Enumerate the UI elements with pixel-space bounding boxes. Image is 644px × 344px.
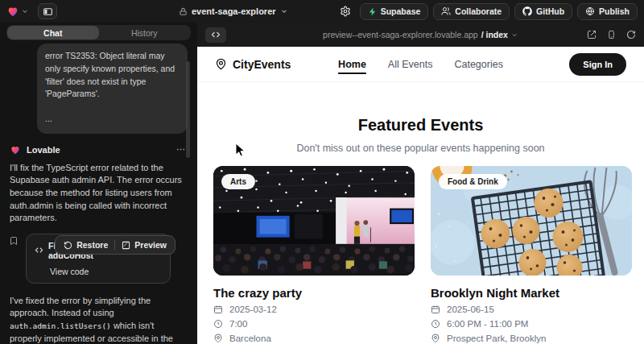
more-options-icon (175, 144, 186, 155)
publish-label: Publish (599, 6, 630, 16)
nav-categories[interactable]: Categories (454, 59, 502, 70)
project-switcher[interactable]: event-saga-explorer (179, 0, 288, 23)
bookmark-icon (9, 236, 19, 246)
tab-history[interactable]: History (99, 26, 191, 39)
assistant-intro-text: I'll fix the TypeScript error related to… (10, 162, 184, 225)
collaborate-label: Collaborate (455, 6, 502, 16)
open-in-new-tab-button[interactable] (587, 30, 597, 39)
clock-icon (213, 319, 223, 329)
assistant-result-text: I've fixed the error by simplifying the … (10, 295, 184, 344)
event-location-row: Prospect Park, Brooklyn (431, 334, 632, 343)
preview-url: preview--event-saga-explorer.lovable.app (323, 30, 478, 39)
event-time-row: 6:00 PM - 11:00 PM (431, 319, 632, 329)
view-code-link[interactable]: View code (50, 267, 162, 276)
nav-home[interactable]: Home (338, 59, 366, 70)
event-image-cookies: Food & Drink (431, 166, 632, 276)
event-time-row: 7:00 (213, 319, 415, 329)
map-pin-icon (431, 334, 440, 343)
site-brand-name: CityEvents (233, 58, 291, 71)
chevron-down-icon (280, 7, 288, 15)
event-title: Brooklyn Night Market (431, 286, 632, 300)
event-cards: Arts The crazy party 2025-03-12 7:00 (197, 154, 644, 343)
sidebar-toggle-button[interactable] (38, 3, 57, 19)
chat-scrollbar[interactable] (186, 61, 190, 158)
code-view-button[interactable] (205, 27, 226, 43)
map-pin-icon (213, 334, 223, 343)
user-message-text: error TS2353: Object literal may only sp… (45, 50, 180, 101)
external-link-icon (587, 30, 597, 39)
github-button[interactable]: GitHub (514, 3, 572, 20)
topbar: event-saga-explorer Supabase Collaborate (0, 0, 644, 23)
gear-icon (340, 6, 351, 17)
event-tag: Food & Drink (439, 174, 507, 189)
chevron-down-icon (511, 31, 518, 39)
event-date: 2025-06-15 (447, 305, 494, 314)
restore-label: Restore (76, 240, 108, 250)
event-date-row: 2025-06-15 (431, 305, 632, 314)
event-date-row: 2025-03-12 (213, 305, 415, 314)
event-time: 7:00 (229, 319, 247, 329)
preview-icon (122, 241, 130, 250)
supabase-label: Supabase (381, 6, 421, 16)
event-tag: Arts (221, 174, 255, 189)
supabase-bolt-icon (368, 7, 377, 16)
restore-button[interactable]: Restore (57, 238, 114, 252)
project-name: event-saga-explorer (192, 6, 276, 16)
lovable-app: event-saga-explorer Supabase Collaborate (0, 0, 644, 344)
calendar-icon (431, 305, 440, 314)
preview-topbar: preview--event-saga-explorer.lovable.app… (197, 23, 644, 47)
globe-icon (585, 6, 595, 16)
chevron-down-icon (21, 7, 29, 15)
site-brand[interactable]: CityEvents (215, 58, 291, 71)
github-icon (522, 6, 532, 16)
event-time: 6:00 PM - 11:00 PM (447, 319, 528, 329)
user-message: error TS2353: Object literal may only sp… (37, 44, 188, 134)
users-icon (441, 6, 451, 16)
clock-icon (431, 319, 440, 329)
bookmark-button[interactable] (9, 234, 19, 246)
settings-button[interactable] (336, 6, 355, 17)
event-location: Prospect Park, Brooklyn (447, 334, 546, 343)
hero-section: Featured Events Don't miss out on these … (197, 116, 644, 154)
map-pin-icon (215, 58, 227, 70)
panel-left-icon (43, 6, 53, 17)
mobile-view-button[interactable] (607, 30, 616, 39)
hero-title: Featured Events (197, 116, 644, 135)
preview-url-bar[interactable]: preview--event-saga-explorer.lovable.app… (323, 30, 518, 39)
assistant-header: Lovable (10, 144, 186, 155)
refresh-icon (626, 30, 636, 39)
event-card-brooklyn-market[interactable]: Food & Drink Brooklyn Night Market 2025-… (431, 166, 632, 343)
event-date: 2025-03-12 (229, 305, 277, 314)
more-options-button[interactable] (175, 144, 186, 155)
result-text-1: I've fixed the error by simplifying the … (10, 296, 151, 318)
mobile-icon (607, 30, 616, 39)
calendar-icon (213, 305, 223, 314)
site-nav: Home All Events Categories (338, 59, 503, 70)
lovable-menu[interactable] (6, 5, 29, 18)
event-card-crazy-party[interactable]: Arts The crazy party 2025-03-12 7:00 (213, 166, 415, 343)
preview-panel: preview--event-saga-explorer.lovable.app… (197, 23, 644, 344)
supabase-button[interactable]: Supabase (360, 3, 429, 20)
message-hover-toolbar: Restore Preview (55, 235, 175, 255)
preview-path: / index (481, 30, 508, 39)
lock-icon (179, 7, 188, 16)
sign-in-button[interactable]: Sign In (569, 53, 626, 76)
publish-button[interactable]: Publish (577, 3, 638, 20)
site-preview: CityEvents Home All Events Categories Si… (197, 47, 644, 344)
collaborate-button[interactable]: Collaborate (433, 3, 510, 20)
hero-subtitle: Don't miss out on these popular events h… (197, 143, 644, 154)
nav-all-events[interactable]: All Events (388, 59, 433, 70)
site-header: CityEvents Home All Events Categories Si… (197, 47, 644, 82)
chat-history-tabs: Chat History (6, 25, 191, 40)
lovable-logo-icon (10, 144, 21, 155)
preview-button[interactable]: Preview (115, 238, 173, 252)
event-title: The crazy party (213, 286, 415, 300)
github-label: GitHub (536, 6, 564, 16)
assistant-name: Lovable (27, 145, 60, 155)
code-icon (211, 30, 221, 39)
refresh-button[interactable] (626, 30, 636, 39)
tab-chat[interactable]: Chat (7, 26, 99, 39)
result-code-1: auth.admin.listUsers() (10, 321, 111, 330)
preview-label: Preview (134, 240, 167, 250)
event-location: Barcelona (229, 334, 271, 343)
